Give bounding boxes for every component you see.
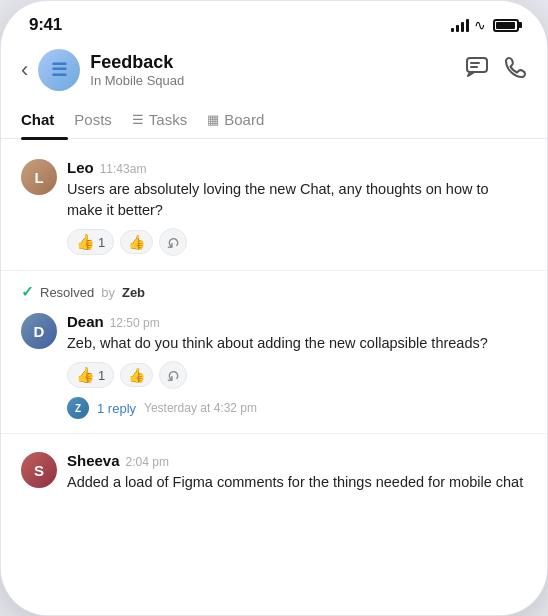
chat-icon[interactable] <box>465 56 489 84</box>
reaction-add-leo[interactable]: ↺ <box>159 228 187 256</box>
tab-chat[interactable]: Chat <box>21 101 68 138</box>
reaction-thumbsup-dean[interactable]: 👍 1 <box>67 362 114 388</box>
channel-name: Feedback <box>90 52 465 74</box>
message-text-sheeva: Added a load of Figma comments for the t… <box>67 472 527 493</box>
wifi-icon: ∿ <box>474 17 486 33</box>
sender-name-dean: Dean <box>67 313 104 330</box>
channel-sub: In Mobile Squad <box>90 73 465 88</box>
battery-icon <box>493 19 519 32</box>
channel-avatar-icon: ☰ <box>51 59 67 81</box>
resolved-badge: Resolved by Zeb <box>40 285 145 300</box>
tabs: Chat Posts ☰ Tasks ▦ Board <box>1 101 547 139</box>
message-group-leo: L Leo 11:43am Users are absolutely lovin… <box>1 149 547 262</box>
replies-row-dean[interactable]: Z 1 reply Yesterday at 4:32 pm <box>67 397 527 419</box>
separator-2 <box>1 433 547 434</box>
message-header-sheeva: S Sheeva 2:04 pm Added a load of Figma c… <box>21 452 527 493</box>
message-body-dean: Dean 12:50 pm Zeb, what do you think abo… <box>67 313 527 419</box>
message-time-sheeva: 2:04 pm <box>126 455 169 469</box>
reactions-leo: 👍 1 👍 ↺ <box>67 228 527 256</box>
message-header-dean: D Dean 12:50 pm Zeb, what do you think a… <box>21 313 527 419</box>
message-body-sheeva: Sheeva 2:04 pm Added a load of Figma com… <box>67 452 527 493</box>
message-meta-dean: Dean 12:50 pm <box>67 313 527 330</box>
resolved-section: ✓ Resolved by Zeb <box>1 279 547 303</box>
board-tab-icon: ▦ <box>207 112 219 127</box>
sender-name-leo: Leo <box>67 159 94 176</box>
status-bar: 9:41 ∿ <box>1 1 547 41</box>
reaction-like-dean[interactable]: 👍 <box>120 363 153 387</box>
avatar-dean: D <box>21 313 57 349</box>
avatar-reply-dean: Z <box>67 397 89 419</box>
header-actions <box>465 56 527 84</box>
separator-1 <box>1 270 547 271</box>
tab-board[interactable]: ▦ Board <box>207 101 278 138</box>
replies-time-dean: Yesterday at 4:32 pm <box>144 401 257 415</box>
message-group-dean: D Dean 12:50 pm Zeb, what do you think a… <box>1 303 547 425</box>
channel-avatar: ☰ <box>38 49 80 91</box>
signal-icon <box>451 18 469 32</box>
message-group-sheeva: S Sheeva 2:04 pm Added a load of Figma c… <box>1 442 547 499</box>
sender-name-sheeva: Sheeva <box>67 452 120 469</box>
message-meta-leo: Leo 11:43am <box>67 159 527 176</box>
svg-rect-0 <box>467 58 487 72</box>
status-time: 9:41 <box>29 15 62 35</box>
tab-tasks[interactable]: ☰ Tasks <box>132 101 201 138</box>
messages-list: L Leo 11:43am Users are absolutely lovin… <box>1 139 547 615</box>
reactions-dean: 👍 1 👍 ↺ <box>67 361 527 389</box>
avatar-leo: L <box>21 159 57 195</box>
message-header-leo: L Leo 11:43am Users are absolutely lovin… <box>21 159 527 256</box>
tasks-tab-icon: ☰ <box>132 112 144 127</box>
avatar-sheeva: S <box>21 452 57 488</box>
message-body-leo: Leo 11:43am Users are absolutely loving … <box>67 159 527 256</box>
phone-frame: 9:41 ∿ ‹ ☰ Feedback In Mobile Squad <box>0 0 548 616</box>
back-button[interactable]: ‹ <box>21 57 28 83</box>
tab-posts[interactable]: Posts <box>74 101 126 138</box>
message-meta-sheeva: Sheeva 2:04 pm <box>67 452 527 469</box>
status-icons: ∿ <box>451 17 519 33</box>
header: ‹ ☰ Feedback In Mobile Squad <box>1 41 547 101</box>
channel-info: Feedback In Mobile Squad <box>90 52 465 89</box>
phone-icon[interactable] <box>505 56 527 84</box>
check-icon: ✓ <box>21 283 34 301</box>
message-time-leo: 11:43am <box>100 162 147 176</box>
replies-text-dean: 1 reply <box>97 401 136 416</box>
reaction-thumbsup-leo[interactable]: 👍 1 <box>67 229 114 255</box>
message-time-dean: 12:50 pm <box>110 316 160 330</box>
reaction-add-dean[interactable]: ↺ <box>159 361 187 389</box>
message-text-dean: Zeb, what do you think about adding the … <box>67 333 527 354</box>
reaction-like-leo[interactable]: 👍 <box>120 230 153 254</box>
message-text-leo: Users are absolutely loving the new Chat… <box>67 179 527 221</box>
